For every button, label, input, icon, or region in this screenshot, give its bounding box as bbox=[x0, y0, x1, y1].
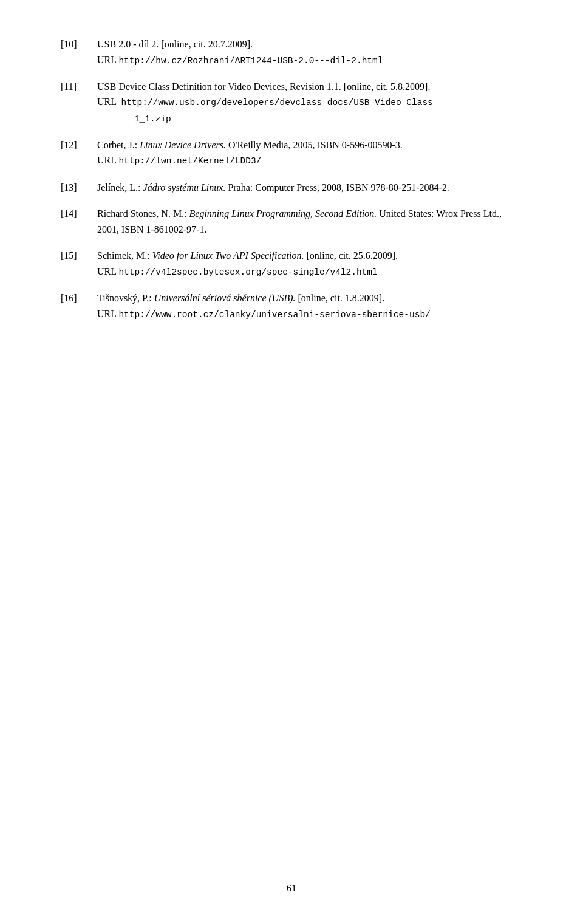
ref-number: [14] bbox=[61, 206, 97, 237]
ref-number: [12] bbox=[61, 137, 97, 169]
list-item: [12] Corbet, J.: Linux Device Drivers. O… bbox=[61, 137, 522, 169]
list-item: [16] Tišnovský, P.: Universální sériová … bbox=[61, 290, 522, 322]
ref-number: [11] bbox=[61, 79, 97, 126]
list-item: [14] Richard Stones, N. M.: Beginning Li… bbox=[61, 206, 522, 237]
page-content: [10] USB 2.0 - díl 2. [online, cit. 20.7… bbox=[0, 0, 583, 382]
ref-url: http://www.usb.org/developers/devclass_d… bbox=[97, 98, 438, 123]
list-item: [15] Schimek, M.: Video for Linux Two AP… bbox=[61, 248, 522, 279]
ref-text: USB Device Class Definition for Video De… bbox=[97, 79, 522, 126]
ref-text: Corbet, J.: Linux Device Drivers. O'Reil… bbox=[97, 137, 522, 169]
list-item: [10] USB 2.0 - díl 2. [online, cit. 20.7… bbox=[61, 36, 522, 68]
ref-text: Richard Stones, N. M.: Beginning Linux P… bbox=[97, 206, 522, 237]
ref-url: http://hw.cz/Rozhrani/ART1244-USB-2.0---… bbox=[118, 56, 383, 66]
ref-number: [10] bbox=[61, 36, 97, 68]
ref-url: http://www.root.cz/clanky/universalni-se… bbox=[118, 310, 430, 320]
page-number: 61 bbox=[0, 883, 583, 894]
ref-number: [16] bbox=[61, 290, 97, 322]
ref-number: [15] bbox=[61, 248, 97, 279]
ref-text: USB 2.0 - díl 2. [online, cit. 20.7.2009… bbox=[97, 36, 522, 68]
list-item: [11] USB Device Class Definition for Vid… bbox=[61, 79, 522, 126]
ref-url: http://lwn.net/Kernel/LDD3/ bbox=[118, 156, 261, 166]
ref-text: Tišnovský, P.: Universální sériová sběrn… bbox=[97, 290, 522, 322]
ref-text: Jelínek, L.: Jádro systému Linux. Praha:… bbox=[97, 180, 522, 196]
ref-number: [13] bbox=[61, 180, 97, 196]
ref-text: Schimek, M.: Video for Linux Two API Spe… bbox=[97, 248, 522, 279]
list-item: [13] Jelínek, L.: Jádro systému Linux. P… bbox=[61, 180, 522, 196]
ref-url: http://v4l2spec.bytesex.org/spec-single/… bbox=[118, 267, 377, 277]
